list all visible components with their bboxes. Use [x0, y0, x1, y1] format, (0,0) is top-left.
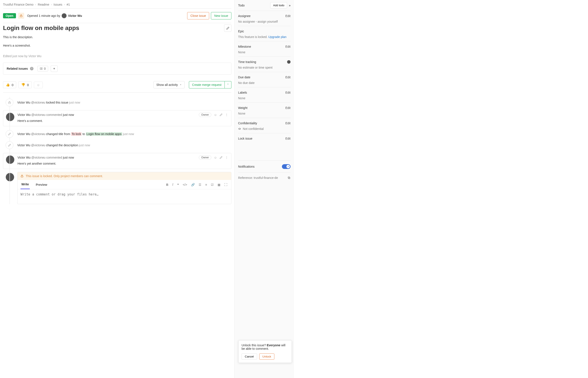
eye-icon: [238, 127, 241, 130]
breadcrumb-item[interactable]: Readme: [38, 3, 49, 6]
timeline-system-note: Victor Wu @victorwu changed title from T…: [3, 128, 232, 140]
comment-body: Here's yet another comment.: [17, 161, 231, 169]
milestone-title: Milestone: [238, 45, 251, 48]
help-icon[interactable]: ?: [30, 67, 33, 70]
notifications-title: Notifications: [238, 165, 255, 168]
create-merge-request-dropdown[interactable]: [225, 81, 232, 88]
emoji-icon[interactable]: ☺: [214, 113, 217, 117]
task-list-icon[interactable]: ☑: [211, 183, 214, 186]
avatar[interactable]: [6, 113, 14, 121]
breadcrumb-item[interactable]: Trustful Finance Demo: [3, 3, 33, 6]
status-badge: Open: [3, 13, 16, 18]
edit-title-button[interactable]: [224, 24, 232, 32]
chevron-right-icon: ›: [64, 3, 65, 6]
add-reaction-button[interactable]: ☺: [34, 81, 43, 88]
fullscreen-icon[interactable]: ⛶: [224, 183, 227, 186]
confidentiality-title: Confidentiality: [238, 122, 257, 125]
issue-description: This is the description. Here's a screen…: [3, 34, 232, 54]
comment: Victor Wu @victorwu commented just now O…: [3, 153, 232, 169]
more-actions-button[interactable]: ⋮: [225, 113, 228, 117]
avatar[interactable]: [62, 13, 67, 18]
edit-assignee-button[interactable]: Edit: [285, 14, 290, 18]
todo-label: Todo: [238, 4, 245, 7]
edit-confidentiality-button[interactable]: Edit: [285, 122, 290, 125]
thumbs-up-button[interactable]: 👍0: [3, 81, 16, 88]
author-link[interactable]: Victor Wu: [68, 14, 82, 17]
weight-title: Weight: [238, 106, 247, 110]
svg-rect-6: [288, 177, 289, 178]
thumbs-down-icon: 👎: [21, 83, 25, 87]
issue-sidebar: Todo Add todo » Assignee Edit No assigne…: [234, 0, 294, 378]
bold-icon[interactable]: B: [166, 183, 168, 186]
svg-rect-4: [21, 176, 23, 177]
labels-value: None: [238, 96, 290, 100]
comment: Victor Wu @victorwu commented just now O…: [3, 110, 232, 126]
svg-rect-5: [289, 177, 290, 179]
edit-comment-button[interactable]: [219, 113, 222, 116]
unlock-confirmation-popover: Unlock this issue? Everyone will be able…: [238, 340, 292, 363]
more-actions-button[interactable]: ⋮: [225, 156, 228, 159]
pencil-icon: [6, 130, 14, 138]
issue-title: Login flow on mobile apps: [3, 25, 224, 31]
emoji-icon[interactable]: ☺: [214, 156, 217, 159]
due-date-value: No due date: [238, 81, 290, 85]
time-tracking-title: Time tracking: [238, 60, 256, 64]
upgrade-plan-link[interactable]: Upgrade plan: [268, 35, 287, 39]
edit-due-date-button[interactable]: Edit: [285, 76, 290, 79]
tab-write[interactable]: Write: [21, 180, 30, 189]
time-tracking-value: No estimate or time spent: [238, 66, 290, 69]
create-merge-request-button[interactable]: Create merge request: [189, 81, 225, 88]
svg-rect-1: [40, 68, 41, 69]
opened-text: Opened 1 minute ago by: [27, 14, 60, 17]
italic-icon[interactable]: I: [172, 183, 173, 186]
assignee-title: Assignee: [238, 14, 251, 18]
pencil-icon: [6, 141, 14, 149]
unlock-button[interactable]: Unlock: [259, 353, 274, 360]
avatar[interactable]: [6, 155, 14, 164]
lock-icon: [6, 99, 14, 106]
table-icon[interactable]: ▦: [218, 183, 220, 186]
reference-value: Reference: trustful-finance-de: [238, 176, 278, 179]
link-icon[interactable]: 🔗: [191, 183, 195, 186]
edit-weight-button[interactable]: Edit: [285, 106, 290, 110]
assignee-value[interactable]: No assignee - assign yourself: [238, 20, 290, 23]
add-todo-button[interactable]: Add todo: [270, 2, 287, 8]
tab-preview[interactable]: Preview: [35, 180, 48, 189]
related-issues-title: Related issues: [7, 67, 28, 70]
comment-input[interactable]: [17, 189, 231, 203]
close-issue-button[interactable]: Close issue: [187, 12, 209, 19]
help-icon[interactable]: ?: [287, 60, 290, 64]
role-badge: Owner: [199, 155, 211, 160]
copy-reference-button[interactable]: [287, 176, 290, 179]
edit-lock-button[interactable]: Edit: [285, 137, 290, 140]
new-issue-button[interactable]: New issue: [211, 12, 232, 19]
edited-info: Edited just now by Victor Wu: [3, 54, 232, 58]
svg-rect-2: [41, 68, 42, 69]
edit-milestone-button[interactable]: Edit: [285, 45, 290, 48]
edit-labels-button[interactable]: Edit: [285, 91, 290, 94]
role-badge: Owner: [199, 113, 211, 117]
add-related-button[interactable]: ＋: [51, 65, 58, 72]
chevron-right-icon: ›: [35, 3, 36, 6]
breadcrumb-item[interactable]: #1: [67, 3, 70, 6]
due-date-title: Due date: [238, 76, 250, 79]
confidentiality-value: Not confidential: [238, 127, 290, 131]
lock-icon: [21, 175, 24, 177]
locked-banner: This issue is locked. Only project membe…: [17, 172, 231, 180]
collapse-sidebar-button[interactable]: »: [289, 4, 290, 7]
popover-text: Unlock this issue? Everyone will be able…: [242, 343, 289, 350]
lock-icon: [18, 13, 24, 19]
code-icon[interactable]: </>: [183, 183, 187, 186]
lock-issue-title: Lock issue: [238, 137, 252, 140]
quote-icon[interactable]: ❝: [177, 183, 179, 186]
thumbs-down-button[interactable]: 👎0: [18, 81, 31, 88]
activity-filter-dropdown[interactable]: Show all activity: [153, 81, 185, 88]
chevron-right-icon: ›: [51, 3, 52, 6]
numbered-list-icon[interactable]: ≡: [205, 183, 207, 186]
cancel-button[interactable]: Cancel: [242, 353, 257, 360]
notifications-toggle[interactable]: [282, 164, 290, 169]
breadcrumb-item[interactable]: Issues: [54, 3, 62, 6]
thumbs-up-icon: 👍: [6, 83, 10, 87]
edit-comment-button[interactable]: [219, 156, 222, 159]
bullet-list-icon[interactable]: ☰: [199, 183, 201, 186]
